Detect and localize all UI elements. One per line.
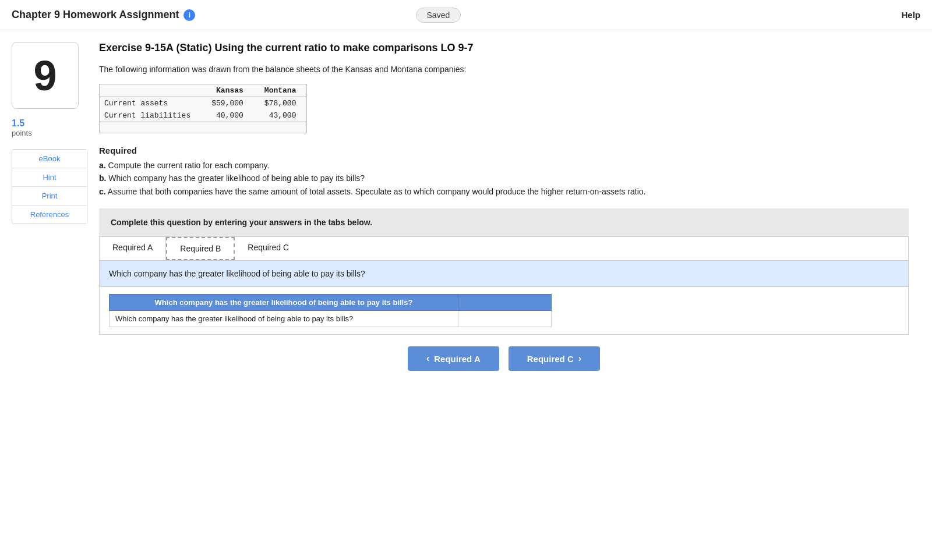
row-label-current-assets: Current assets	[100, 97, 201, 110]
tab-required-c[interactable]: Required C	[235, 237, 302, 260]
montana-current-liabilities: 43,000	[254, 109, 307, 122]
col-header-montana: Montana	[254, 84, 307, 97]
req-b-text: Which company has the greater likelihood…	[108, 173, 365, 183]
prev-label: Required A	[434, 354, 480, 364]
tab-a-label: Required A	[112, 243, 153, 252]
tab-required-b[interactable]: Required B	[166, 237, 235, 260]
tabs-row: Required A Required B Required C	[100, 237, 908, 261]
header: Chapter 9 Homework Assignment i Saved He…	[0, 0, 932, 30]
next-button[interactable]: Required C ›	[509, 346, 600, 371]
kansas-current-liabilities: 40,000	[201, 109, 254, 122]
nav-buttons: ‹ Required A Required C ›	[99, 335, 909, 377]
sidebar-links: eBook Hint Print References	[12, 149, 87, 224]
sidebar-item-references[interactable]: References	[12, 205, 87, 224]
exercise-title: Exercise 9-15A (Static) Using the curren…	[99, 42, 909, 54]
req-b-label: b.	[99, 173, 106, 183]
required-section: Required a. Compute the current ratio fo…	[99, 146, 909, 198]
complete-box-text: Complete this question by entering your …	[111, 218, 372, 227]
answer-input-cell[interactable]	[458, 311, 552, 327]
answer-row: Which company has the greater likelihood…	[110, 311, 552, 327]
sidebar: 9 1.5 points eBook Hint Print References	[12, 42, 87, 377]
montana-current-assets: $78,000	[254, 97, 307, 110]
answer-question-cell: Which company has the greater likelihood…	[110, 311, 458, 327]
tab-b-label: Required B	[180, 244, 221, 253]
col-header-empty	[100, 84, 201, 97]
header-right: Help	[901, 10, 920, 20]
main-layout: 9 1.5 points eBook Hint Print References…	[0, 30, 920, 388]
sidebar-item-ebook[interactable]: eBook	[12, 150, 87, 168]
saved-section: Saved	[416, 8, 461, 23]
req-c-text: Assume that both companies have the same…	[108, 187, 646, 196]
points-label: points	[12, 129, 87, 137]
next-label: Required C	[527, 354, 574, 364]
sidebar-item-hint[interactable]: Hint	[12, 168, 87, 187]
prev-chevron: ‹	[426, 353, 429, 364]
chapter-number-box: 9	[12, 42, 79, 109]
req-a-text: Compute the current ratio for each compa…	[108, 161, 270, 170]
points-value: 1.5	[12, 118, 87, 129]
table-row: Current assets $59,000 $78,000	[100, 97, 306, 110]
saved-label: Saved	[427, 10, 450, 20]
sidebar-item-print[interactable]: Print	[12, 187, 87, 205]
tab-question-text: Which company has the greater likelihood…	[109, 269, 365, 278]
answer-table-wrapper: Which company has the greater likelihood…	[100, 287, 908, 334]
saved-badge: Saved	[416, 8, 461, 23]
tab-required-a[interactable]: Required A	[100, 237, 166, 260]
help-link[interactable]: Help	[901, 10, 920, 20]
intro-text: The following information was drawn from…	[99, 63, 909, 76]
answer-table: Which company has the greater likelihood…	[109, 294, 552, 327]
content-area: Exercise 9-15A (Static) Using the curren…	[99, 42, 909, 377]
required-item-a: a. Compute the current ratio for each co…	[99, 159, 909, 172]
tab-b-content: Which company has the greater likelihood…	[100, 261, 908, 334]
data-table-wrapper: Kansas Montana Current assets $59,000 $7…	[99, 84, 307, 133]
required-item-c: c. Assume that both companies have the s…	[99, 185, 909, 198]
chapter-number: 9	[33, 52, 57, 100]
required-heading: Required	[99, 146, 909, 155]
info-icon[interactable]: i	[183, 9, 195, 21]
tab-c-label: Required C	[248, 243, 289, 252]
page-title: Chapter 9 Homework Assignment	[12, 9, 179, 21]
answer-col-header-question: Which company has the greater likelihood…	[110, 295, 458, 311]
kansas-current-assets: $59,000	[201, 97, 254, 110]
tab-question-bar: Which company has the greater likelihood…	[100, 261, 908, 287]
tabs-container: Required A Required B Required C Which c…	[99, 236, 909, 335]
col-header-kansas: Kansas	[201, 84, 254, 97]
req-c-label: c.	[99, 187, 106, 196]
answer-col-header-answer	[458, 295, 552, 311]
prev-button[interactable]: ‹ Required A	[408, 346, 499, 371]
answer-input[interactable]	[464, 314, 545, 323]
points-section: 1.5 points	[12, 118, 87, 137]
row-label-current-liabilities: Current liabilities	[100, 109, 201, 122]
required-item-b: b. Which company has the greater likelih…	[99, 172, 909, 185]
complete-box: Complete this question by entering your …	[99, 208, 909, 236]
next-chevron: ›	[578, 353, 581, 364]
req-a-label: a.	[99, 161, 106, 170]
table-row: Current liabilities 40,000 43,000	[100, 109, 306, 122]
data-table: Kansas Montana Current assets $59,000 $7…	[100, 84, 306, 122]
